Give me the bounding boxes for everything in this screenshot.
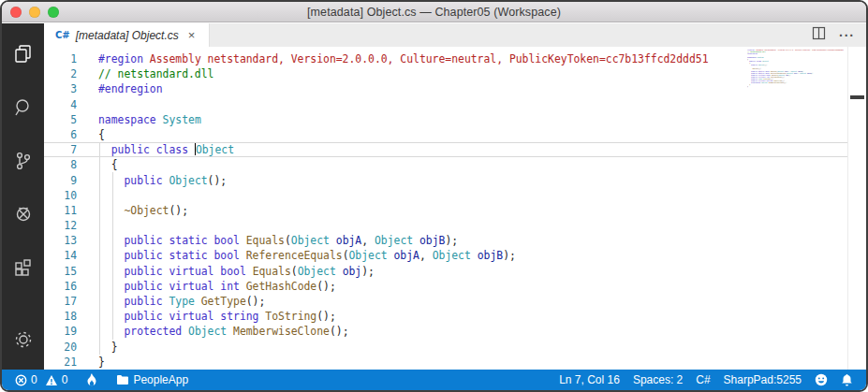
code-line-20[interactable]: 20 } xyxy=(44,340,866,355)
overview-ruler-mark xyxy=(850,95,864,99)
code-line-1[interactable]: 1#region Assembly netstandard, Version=2… xyxy=(44,51,866,66)
code-line-6[interactable]: 6{ xyxy=(44,127,866,142)
line-number: 15 xyxy=(44,264,77,279)
code-line-21[interactable]: 21} xyxy=(44,355,866,370)
more-actions-icon[interactable]: ··· xyxy=(839,28,855,43)
warning-icon xyxy=(45,374,58,386)
line-number: 2 xyxy=(44,66,77,81)
line-number: 9 xyxy=(44,173,77,188)
code-line-3[interactable]: 3#endregion xyxy=(44,81,866,96)
csharp-file-icon: C# xyxy=(55,30,70,40)
debug-icon[interactable] xyxy=(2,192,44,237)
window-controls xyxy=(10,7,59,18)
notifications-bell-icon[interactable] xyxy=(837,370,857,390)
code-line-14[interactable]: 14 public static bool ReferenceEquals(Ob… xyxy=(44,248,866,263)
line-number: 20 xyxy=(44,340,77,355)
split-editor-icon[interactable] xyxy=(812,26,826,44)
problems-indicator[interactable]: 0 0 xyxy=(11,370,71,390)
settings-gear-icon[interactable] xyxy=(2,317,44,362)
line-number: 4 xyxy=(44,97,77,112)
minimize-button[interactable] xyxy=(29,7,40,18)
tab-label: [metadata] Object.cs xyxy=(76,29,179,42)
line-number: 6 xyxy=(44,127,77,142)
workspace-folder[interactable]: PeopleApp xyxy=(112,370,192,390)
line-number: 19 xyxy=(44,324,77,339)
line-number: 13 xyxy=(44,233,77,248)
error-count: 0 xyxy=(31,373,37,386)
code-line-12[interactable]: 12 xyxy=(44,218,866,233)
source-control-icon[interactable] xyxy=(2,138,44,183)
vertical-scrollbar[interactable] xyxy=(847,47,866,370)
error-icon xyxy=(15,374,27,386)
code-line-16[interactable]: 16 public virtual int GetHashCode(); xyxy=(44,279,866,294)
line-number: 1 xyxy=(44,51,77,66)
code-line-8[interactable]: 8 { xyxy=(44,157,866,172)
line-number: 18 xyxy=(44,309,77,324)
line-number: 14 xyxy=(44,248,77,263)
line-number: 8 xyxy=(44,157,77,172)
line-number: 7 xyxy=(44,142,77,157)
code-line-21[interactable]: 21} xyxy=(747,85,846,87)
vscode-window: [metadata] Object.cs — Chapter05 (Worksp… xyxy=(0,0,868,392)
window-title: [metadata] Object.cs — Chapter05 (Worksp… xyxy=(307,6,561,19)
code-lines: 1#region Assembly netstandard, Version=2… xyxy=(44,47,866,370)
code-line-19[interactable]: 19 protected Object MemberwiseClone(); xyxy=(44,324,866,339)
title-bar: [metadata] Object.cs — Chapter05 (Worksp… xyxy=(2,2,866,22)
code-line-7[interactable]: 7 public class Object xyxy=(44,142,866,157)
activity-bar xyxy=(2,23,44,370)
close-button[interactable] xyxy=(10,7,22,18)
code-line-11[interactable]: 11 ~Object(); xyxy=(44,203,866,218)
cursor-position[interactable]: Ln 7, Col 16 xyxy=(555,370,624,390)
status-bar: 0 0 PeopleApp Ln 7, Col xyxy=(2,370,866,390)
line-number: 16 xyxy=(44,279,77,294)
zoom-button[interactable] xyxy=(48,7,59,18)
extensions-icon[interactable] xyxy=(2,245,44,290)
code-editor[interactable]: 1#region Assembly netstandard, Version=2… xyxy=(44,47,866,370)
line-number: 12 xyxy=(44,218,77,233)
folder-name: PeopleApp xyxy=(133,373,188,386)
line-number: 10 xyxy=(44,188,77,203)
code-line-2[interactable]: 2// netstandard.dll xyxy=(44,66,866,81)
explorer-icon[interactable] xyxy=(2,32,44,77)
code-line-18[interactable]: 18 public virtual string ToString(); xyxy=(44,309,866,324)
warning-count: 0 xyxy=(62,373,68,386)
code-line-17[interactable]: 17 public Type GetType(); xyxy=(44,294,866,309)
indent-guide xyxy=(99,142,100,355)
code-line-10[interactable]: 10 xyxy=(44,188,866,203)
tab-bar: C# [metadata] Object.cs × ··· xyxy=(44,23,866,47)
code-line-13[interactable]: 13 public static bool Equals(Object objA… xyxy=(44,233,866,248)
code-line-4[interactable]: 4 xyxy=(44,97,866,112)
line-number: 11 xyxy=(44,203,77,218)
sharppad-port[interactable]: SharpPad:5255 xyxy=(720,370,805,390)
line-number: 3 xyxy=(44,81,77,96)
main-area: C# [metadata] Object.cs × ··· 1#region A… xyxy=(2,23,866,370)
tab-metadata-object-cs[interactable]: C# [metadata] Object.cs × xyxy=(44,23,210,47)
editor-actions: ··· xyxy=(812,23,866,47)
omnisharp-flame-icon[interactable] xyxy=(82,370,101,390)
code-line-15[interactable]: 15 public virtual bool Equals(Object obj… xyxy=(44,264,866,279)
indentation-setting[interactable]: Spaces: 2 xyxy=(629,370,686,390)
language-mode[interactable]: C# xyxy=(692,370,714,390)
code-line-9[interactable]: 9 public Object(); xyxy=(44,173,866,188)
line-number: 5 xyxy=(44,112,77,127)
line-number: 21 xyxy=(44,355,77,370)
indent-guide xyxy=(112,172,113,340)
minimap[interactable]: 1#region Assembly netstandard, Version=2… xyxy=(747,50,846,167)
line-number: 17 xyxy=(44,294,77,309)
code-line-5[interactable]: 5namespace System xyxy=(44,112,866,127)
tab-close-icon[interactable]: × xyxy=(188,29,196,41)
folder-icon xyxy=(116,374,129,385)
search-icon[interactable] xyxy=(2,85,44,130)
feedback-smiley-icon[interactable] xyxy=(811,370,831,390)
